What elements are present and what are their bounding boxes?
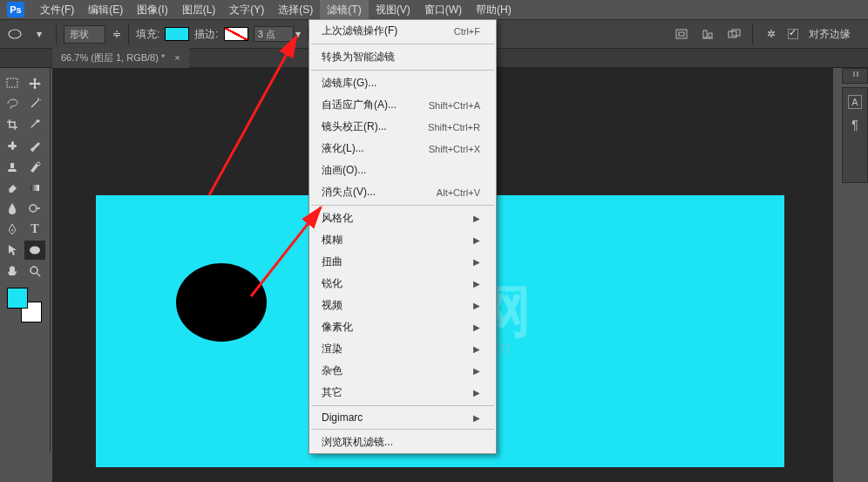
svg-point-19	[11, 229, 13, 231]
paragraph-panel-icon[interactable]: ¶	[851, 118, 858, 132]
menu-item[interactable]: 镜头校正(R)...Shift+Ctrl+R	[309, 116, 496, 138]
collapse-handle-icon[interactable]	[849, 71, 863, 80]
menu-item[interactable]: 扭曲▶	[309, 251, 496, 273]
fill-label: 填充:	[136, 27, 159, 42]
hand-tool-icon[interactable]	[2, 261, 23, 281]
menu-item-8[interactable]: 窗口(W)	[417, 0, 469, 20]
svg-point-21	[31, 267, 37, 274]
menu-item-label: 锐化	[322, 276, 342, 291]
menu-item[interactable]: 模糊▶	[309, 229, 496, 251]
character-panel-icon[interactable]: A	[848, 95, 861, 109]
menu-item[interactable]: 滤镜库(G)...	[309, 72, 496, 94]
dropdown-arrow-icon[interactable]: ▾	[30, 26, 49, 42]
menu-item[interactable]: 上次滤镜操作(F)Ctrl+F	[309, 20, 496, 42]
menu-item-label: 像素化	[322, 320, 353, 335]
arrange-icon[interactable]	[724, 26, 743, 42]
menu-item-6[interactable]: 滤镜(T)	[320, 0, 368, 20]
magic-wand-tool-icon[interactable]	[24, 94, 45, 113]
menu-item-label: 自适应广角(A)...	[322, 98, 397, 112]
menu-item[interactable]: 油画(O)...	[309, 160, 496, 181]
menu-item[interactable]: 浏览联机滤镜...	[309, 431, 496, 453]
menu-item[interactable]: 转换为智能滤镜	[309, 46, 496, 68]
stroke-swatch[interactable]	[224, 27, 248, 41]
eraser-tool-icon[interactable]	[2, 178, 23, 197]
menu-item[interactable]: 其它▶	[309, 382, 496, 404]
menu-item[interactable]: 杂色▶	[309, 360, 496, 382]
svg-rect-5	[709, 33, 712, 37]
menu-item[interactable]: 视频▶	[309, 295, 496, 316]
dropdown-arrow-icon[interactable]: ≑	[112, 28, 121, 40]
type-tool-icon[interactable]: T	[24, 220, 45, 239]
clone-stamp-tool-icon[interactable]	[2, 157, 23, 176]
toolbox: T	[0, 68, 51, 451]
menu-item-2[interactable]: 图像(I)	[130, 0, 174, 20]
zoom-tool-icon[interactable]	[24, 261, 45, 281]
marquee-tool-icon[interactable]	[2, 73, 23, 92]
svg-rect-2	[679, 32, 684, 36]
gradient-tool-icon[interactable]	[24, 178, 45, 197]
foreground-color-swatch[interactable]	[7, 288, 28, 309]
menu-separator	[311, 44, 494, 44]
path-selection-tool-icon[interactable]	[2, 241, 23, 260]
menu-item[interactable]: 风格化▶	[309, 207, 496, 229]
menu-item-label: 滤镜库(G)...	[322, 76, 376, 91]
align-edges-label: 对齐边缘	[809, 27, 851, 42]
submenu-arrow-icon: ▶	[473, 322, 480, 332]
submenu-arrow-icon: ▶	[473, 366, 480, 376]
menu-item-label: 风格化	[322, 211, 353, 226]
menu-item-label: 油画(O)...	[322, 163, 366, 178]
menu-item-label: 上次滤镜操作(F)	[322, 24, 397, 38]
color-swatches[interactable]	[7, 288, 42, 322]
healing-brush-tool-icon[interactable]	[2, 136, 23, 155]
history-brush-tool-icon[interactable]	[24, 157, 45, 176]
ellipse-shape-tool-icon[interactable]	[24, 241, 45, 260]
eyedropper-tool-icon[interactable]	[24, 115, 45, 134]
menu-item-label: 转换为智能滤镜	[322, 50, 395, 64]
blur-tool-icon[interactable]	[2, 199, 23, 218]
submenu-arrow-icon: ▶	[473, 257, 480, 267]
move-tool-icon[interactable]	[24, 73, 45, 92]
svg-line-9	[31, 101, 37, 107]
path-align-icon[interactable]	[672, 26, 691, 42]
align-icon[interactable]	[698, 26, 717, 42]
menu-item-9[interactable]: 帮助(H)	[469, 0, 519, 20]
menu-item[interactable]: 消失点(V)...Alt+Ctrl+V	[309, 181, 496, 203]
close-icon[interactable]: ×	[174, 52, 180, 63]
menu-item-5[interactable]: 选择(S)	[271, 0, 320, 20]
menu-item-shortcut: Shift+Ctrl+R	[428, 122, 480, 132]
menu-item[interactable]: Digimarc▶	[309, 408, 496, 427]
document-tab[interactable]: 66.7% (图层 1, RGB/8) * ×	[52, 48, 189, 68]
filter-menu-dropdown: 上次滤镜操作(F)Ctrl+F转换为智能滤镜滤镜库(G)...自适应广角(A).…	[309, 19, 497, 454]
menu-item-3[interactable]: 图层(L)	[175, 0, 223, 20]
dodge-tool-icon[interactable]	[24, 199, 45, 218]
menu-item-1[interactable]: 编辑(E)	[81, 0, 130, 20]
menu-item-0[interactable]: 文件(F)	[33, 0, 81, 20]
menu-item[interactable]: 像素化▶	[309, 316, 496, 338]
menu-separator	[311, 70, 494, 71]
menu-item[interactable]: 液化(L)...Shift+Ctrl+X	[309, 138, 496, 160]
menu-item[interactable]: 渲染▶	[309, 338, 496, 360]
dropdown-arrow-icon[interactable]: ▾	[295, 28, 301, 40]
stroke-label: 描边:	[194, 27, 218, 42]
pen-tool-icon[interactable]	[2, 220, 23, 239]
fill-swatch[interactable]	[165, 27, 189, 41]
menu-item-7[interactable]: 视图(V)	[369, 0, 417, 20]
align-edges-checkbox[interactable]	[788, 29, 798, 39]
shape-mode-select[interactable]: 形状	[64, 25, 105, 44]
gear-icon[interactable]: ✲	[762, 26, 781, 42]
submenu-arrow-icon: ▶	[473, 301, 480, 310]
separator	[128, 24, 129, 44]
menu-item-label: 消失点(V)...	[322, 185, 376, 200]
submenu-arrow-icon: ▶	[473, 413, 480, 423]
menu-item-4[interactable]: 文字(Y)	[222, 0, 271, 20]
menu-item-label: 镜头校正(R)...	[322, 119, 387, 134]
brush-tool-icon[interactable]	[24, 136, 45, 155]
menu-item-label: 视频	[322, 298, 342, 313]
lasso-tool-icon[interactable]	[2, 94, 23, 113]
ellipse-shape-layer[interactable]	[176, 263, 267, 342]
svg-rect-1	[676, 30, 687, 38]
stroke-width-input[interactable]	[254, 26, 294, 42]
menu-item[interactable]: 锐化▶	[309, 273, 496, 295]
crop-tool-icon[interactable]	[2, 115, 23, 134]
menu-item[interactable]: 自适应广角(A)...Shift+Ctrl+A	[309, 94, 496, 116]
